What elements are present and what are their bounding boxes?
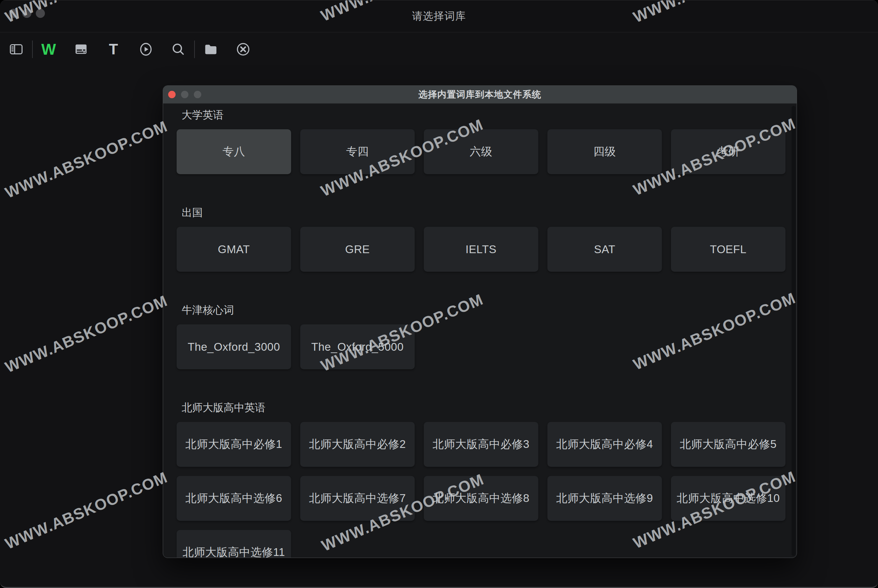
window-titlebar: 请选择词库	[0, 0, 878, 32]
wordbook-button-grid: The_Oxford_3000The_Oxford_5000	[177, 324, 788, 369]
wordbook-button[interactable]: 北师大版高中必修1	[177, 422, 291, 467]
close-circle-icon[interactable]	[236, 42, 251, 57]
dialog-select-wordbook: 选择内置词库到本地文件系统 大学英语专八专四六级四级考研出国GMATGREIEL…	[163, 86, 797, 558]
wordbook-button[interactable]: 北师大版高中选修6	[177, 476, 291, 521]
wordbook-button[interactable]: The_Oxford_3000	[177, 324, 291, 369]
wordbook-button-grid: 北师大版高中必修1北师大版高中必修2北师大版高中必修3北师大版高中必修4北师大版…	[177, 422, 788, 558]
wordbook-button[interactable]: SAT	[548, 227, 662, 272]
wordbook-button[interactable]: 北师大版高中必修5	[671, 422, 785, 467]
dialog-zoom-button[interactable]	[194, 91, 201, 98]
wordbook-button[interactable]: TOEFL	[671, 227, 785, 272]
wordbook-button[interactable]: 专八	[177, 129, 291, 174]
toolbar: W T	[0, 32, 878, 66]
flashcards-icon[interactable]	[73, 42, 89, 57]
wordbook-section: 北师大版高中英语北师大版高中必修1北师大版高中必修2北师大版高中必修3北师大版高…	[177, 402, 785, 558]
close-button[interactable]	[9, 9, 18, 18]
dialog-minimize-button[interactable]	[181, 91, 188, 98]
wordbook-button[interactable]: 北师大版高中选修10	[671, 476, 785, 521]
wordbook-button[interactable]: 四级	[548, 129, 662, 174]
sidebar-toggle-icon[interactable]	[9, 42, 24, 57]
dialog-title: 选择内置词库到本地文件系统	[419, 88, 541, 100]
zoom-button[interactable]	[36, 9, 45, 18]
dialog-close-button[interactable]	[168, 91, 176, 98]
wordbook-button[interactable]: 专四	[300, 129, 415, 174]
dialog-titlebar: 选择内置词库到本地文件系统	[163, 86, 797, 104]
toolbar-divider	[194, 40, 195, 58]
watermark: WWW.ABSKOOP.COM	[2, 117, 170, 202]
section-header: 出国	[177, 207, 785, 219]
section-header: 大学英语	[177, 109, 785, 121]
wordbook-section: 牛津核心词The_Oxford_3000The_Oxford_5000	[177, 304, 785, 369]
wordbook-button[interactable]: 北师大版高中选修11	[177, 530, 291, 558]
watermark: WWW.ABSKOOP.COM	[2, 291, 170, 376]
wordbook-w-icon[interactable]: W	[41, 42, 56, 57]
dialog-traffic-lights	[168, 91, 201, 98]
text-format-icon[interactable]: T	[106, 42, 121, 57]
wordbook-button[interactable]: GMAT	[177, 227, 291, 272]
watermark: WWW.ABSKOOP.COM	[2, 468, 170, 553]
wordbook-button[interactable]: 考研	[671, 129, 785, 174]
folder-icon[interactable]	[203, 42, 219, 57]
section-header: 牛津核心词	[177, 304, 785, 316]
section-header: 北师大版高中英语	[177, 402, 785, 414]
wordbook-button[interactable]: IELTS	[424, 227, 538, 272]
play-icon[interactable]	[138, 42, 154, 57]
wordbook-button[interactable]: 北师大版高中必修3	[424, 422, 538, 467]
wordbook-button[interactable]: 北师大版高中必修2	[300, 422, 415, 467]
wordbook-button-grid: 专八专四六级四级考研	[177, 129, 788, 174]
wordbook-button[interactable]: 六级	[424, 129, 538, 174]
wordbook-button[interactable]: 北师大版高中选修9	[548, 476, 662, 521]
window-traffic-lights	[9, 9, 45, 18]
dialog-content: 大学英语专八专四六级四级考研出国GMATGREIELTSSATTOEFL牛津核心…	[163, 104, 797, 558]
window-title: 请选择词库	[412, 9, 466, 23]
wordbook-button[interactable]: 北师大版高中选修8	[424, 476, 538, 521]
wordbook-button[interactable]: The_Oxford_5000	[300, 324, 415, 369]
search-icon[interactable]	[171, 42, 186, 57]
scrollbar-track[interactable]	[792, 106, 795, 556]
wordbook-button[interactable]: 北师大版高中必修4	[548, 422, 662, 467]
toolbar-divider	[32, 40, 33, 58]
wordbook-section: 大学英语专八专四六级四级考研	[177, 109, 785, 174]
wordbook-button[interactable]: 北师大版高中选修7	[300, 476, 415, 521]
main-window: 请选择词库 W T	[0, 0, 878, 588]
minimize-button[interactable]	[22, 9, 32, 18]
wordbook-section: 出国GMATGREIELTSSATTOEFL	[177, 207, 785, 272]
wordbook-button-grid: GMATGREIELTSSATTOEFL	[177, 227, 788, 272]
wordbook-button[interactable]: GRE	[300, 227, 415, 272]
